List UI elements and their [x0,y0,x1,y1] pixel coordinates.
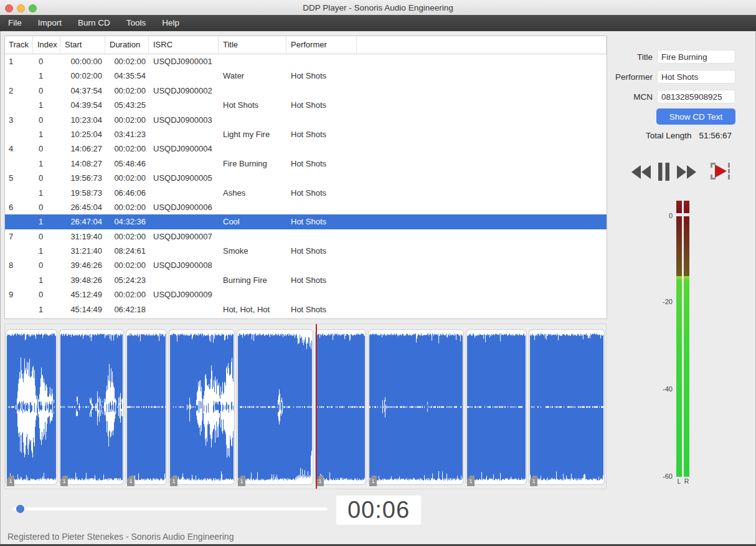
table-row[interactable]: 100:02:0004:35:54WaterHot Shots [5,69,607,83]
cell-empty [357,141,607,156]
menu-item-burn-cd[interactable]: Burn CD [78,15,110,31]
table-row[interactable]: 3010:23:0400:02:00USQDJ0900003 [5,113,607,127]
cell-performer [286,229,357,244]
menubar: FileImportBurn CDToolsHelp [0,15,756,31]
column-header-performer[interactable]: Performer [286,36,357,54]
cell-track: 2 [5,84,33,98]
cell-isrc: USQDJ0900003 [149,113,219,127]
column-header-title[interactable]: Title [219,36,286,54]
cell-index: 0 [33,171,60,185]
show-cd-text-button[interactable]: Show CD Text [656,108,735,125]
menu-item-file[interactable]: File [8,15,22,31]
cell-track [5,302,33,317]
cell-empty [357,69,607,83]
column-header-empty[interactable] [357,36,607,54]
column-header-index[interactable]: Index [33,36,60,54]
table-header: TrackIndexStartDurationISRCTitlePerforme… [5,36,607,54]
table-row[interactable]: 139:48:2605:24:23Burning FireHot Shots [5,273,607,287]
cell-start: 14:08:27 [60,156,105,171]
cell-duration: 05:48:46 [105,156,149,171]
cell-start: 04:37:54 [60,84,105,98]
cell-index: 0 [33,113,60,127]
table-row[interactable]: 9045:12:4900:02:00USQDJ0900009 [5,287,607,302]
cell-duration: 00:02:00 [105,287,149,302]
table-row[interactable]: 2004:37:5400:02:00USQDJ0900002 [5,84,607,98]
table-row[interactable]: 131:21:4008:24:61SmokeHot Shots [5,244,607,258]
menu-item-import[interactable]: Import [38,15,62,31]
track-table: TrackIndexStartDurationISRCTitlePerforme… [4,36,607,319]
cell-track [5,186,33,200]
cell-isrc [149,156,219,171]
cell-performer [286,84,357,98]
seek-slider-thumb[interactable] [16,505,24,513]
titlebar: DDP Player - Sonoris Audio Engineering [0,0,756,15]
rewind-icon[interactable] [631,165,651,179]
cell-index: 1 [33,273,60,287]
cell-start: 04:39:54 [60,98,105,112]
mcn-label: MCN [573,92,653,102]
window-title: DDP Player - Sonoris Audio Engineering [0,0,756,15]
cell-track: 8 [5,258,33,272]
cell-isrc [149,244,219,258]
table-row[interactable]: 119:58:7306:46:06AshesHot Shots [5,186,607,200]
table-row-selected[interactable]: 126:47:0404:32:36CoolHot Shots [5,214,607,229]
menu-item-help[interactable]: Help [162,15,179,31]
cell-duration: 04:35:54 [105,69,149,83]
cell-start: 45:14:49 [60,302,105,317]
waveform-canvas[interactable] [5,324,606,489]
cell-empty [357,214,607,229]
table-row[interactable]: 7031:19:4000:02:00USQDJ0900007 [5,229,607,244]
cell-index: 0 [33,229,60,244]
column-header-duration[interactable]: Duration [105,36,149,54]
cell-isrc: USQDJ0900001 [149,54,219,69]
meter-scale-label: -40 [650,385,673,393]
table-body: 1000:00:0000:02:00USQDJ0900001100:02:000… [5,54,607,317]
table-row[interactable]: 104:39:5405:43:25Hot ShotsHot Shots [5,98,607,112]
cell-performer: Hot Shots [286,127,357,141]
performer-field[interactable] [657,70,735,84]
cell-start: 31:19:40 [60,229,105,244]
cell-start: 39:46:26 [60,258,105,272]
cell-duration: 05:43:25 [105,98,149,112]
cell-duration: 00:02:00 [105,171,149,185]
mcn-field[interactable] [657,90,735,103]
cell-empty [357,273,607,287]
time-display: 00:06 [336,496,421,525]
cell-empty [357,244,607,258]
seek-slider-track[interactable] [12,507,328,510]
table-row[interactable]: 6026:45:0400:02:00USQDJ0900006 [5,200,607,214]
column-header-start[interactable]: Start [60,36,105,54]
title-label: Title [573,52,653,62]
table-row[interactable]: 110:25:0403:41:23Light my FireHot Shots [5,127,607,141]
fast-forward-icon[interactable] [677,165,697,179]
cell-isrc [149,302,219,317]
cell-track: 1 [5,54,33,69]
cell-track: 5 [5,171,33,185]
cell-isrc [149,214,219,229]
column-header-isrc[interactable]: ISRC [149,36,219,54]
menu-item-tools[interactable]: Tools [126,15,146,31]
column-header-track[interactable]: Track [5,36,33,54]
cell-title: Hot Shots [219,98,286,112]
cell-duration: 00:02:00 [105,229,149,244]
title-field[interactable] [657,50,735,64]
cell-track [5,214,33,229]
cell-start: 19:56:73 [60,171,105,185]
cell-title [219,200,286,214]
cell-title: Fire Burning [219,156,286,171]
pause-icon[interactable] [658,163,669,181]
table-row[interactable]: 114:08:2705:48:46Fire BurningHot Shots [5,156,607,171]
play-marker-icon[interactable] [710,162,731,180]
table-row[interactable]: 8039:46:2600:02:00USQDJ0900008 [5,258,607,272]
playhead-cursor[interactable] [316,324,317,489]
cell-index: 1 [33,186,60,200]
cell-title [219,171,286,185]
table-row[interactable]: 145:14:4906:42:18Hot, Hot, HotHot Shots [5,302,607,317]
table-row[interactable]: 5019:56:7300:02:00USQDJ0900005 [5,171,607,185]
cell-performer [286,287,357,302]
cell-isrc: USQDJ0900005 [149,171,219,185]
table-row[interactable]: 4014:06:2700:02:00USQDJ0900004 [5,141,607,156]
table-row[interactable]: 1000:00:0000:02:00USQDJ0900001 [5,54,607,69]
cell-title [219,54,286,69]
app-window: DDP Player - Sonoris Audio Engineering F… [0,0,756,546]
